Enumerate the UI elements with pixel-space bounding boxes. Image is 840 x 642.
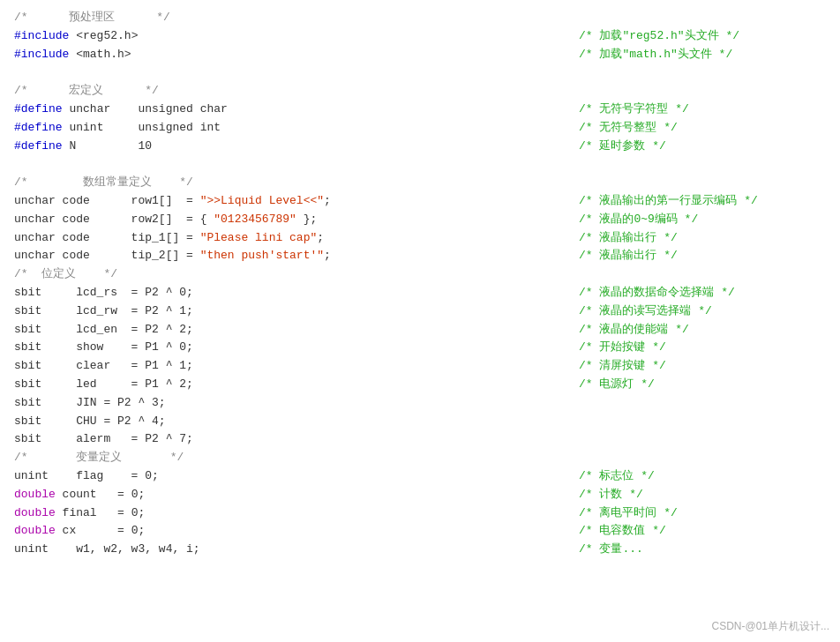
- code-comment: /* 离电平时间 */: [544, 504, 826, 523]
- code-line-left: #include <reg52.h>: [14, 27, 544, 46]
- code-editor: /* 预处理区 */#include <reg52.h>/* 加载"reg52.…: [0, 0, 840, 568]
- code-token: unchar unsigned char: [69, 101, 227, 119]
- code-token: count = 0;: [56, 486, 145, 504]
- code-token: #define: [14, 138, 69, 156]
- code-token: sbit alerm = P2 ^ 7;: [14, 430, 193, 449]
- code-line-left: sbit lcd_rw = P2 ^ 1;: [14, 302, 544, 321]
- code-token: sbit CHU = P2 ^ 4;: [14, 413, 166, 431]
- code-token: <reg52.h>: [76, 27, 138, 46]
- code-token: /* 数组常量定义 */: [14, 174, 193, 192]
- code-token: cx = 0;: [56, 522, 145, 541]
- code-line-left: sbit led = P1 ^ 2;: [14, 376, 544, 394]
- code-line: /* 宏定义 */: [14, 82, 826, 101]
- code-line-left: unint flag = 0;: [14, 467, 544, 486]
- code-line-left: sbit lcd_en = P2 ^ 2;: [14, 321, 544, 340]
- code-line: #include <reg52.h>/* 加载"reg52.h"头文件 */: [14, 27, 826, 46]
- code-token: unint w1, w2, w3, w4, i;: [14, 541, 200, 559]
- code-token: ;: [317, 229, 324, 248]
- code-comment: /* 电源灯 */: [544, 376, 826, 394]
- code-line-left: sbit alerm = P2 ^ 7;: [14, 430, 544, 449]
- code-line-left: /* 位定义 */: [14, 265, 544, 284]
- code-line-left: double cx = 0;: [14, 522, 544, 541]
- code-comment: /* 电容数值 */: [544, 522, 826, 541]
- code-token: <math.h>: [76, 46, 131, 64]
- code-line-left: unint w1, w2, w3, w4, i;: [14, 541, 544, 559]
- code-line: #define unint unsigned int/* 无符号整型 */: [14, 119, 826, 138]
- code-token: #include: [14, 46, 76, 64]
- code-line: unchar code row2[] = { "0123456789" };/*…: [14, 211, 826, 229]
- code-line: unchar code row1[] = ">>Liquid Level<<";…: [14, 192, 826, 211]
- code-line-left: unchar code row1[] = ">>Liquid Level<<";: [14, 192, 544, 211]
- code-line: double count = 0;/* 计数 */: [14, 486, 826, 504]
- code-line: sbit clear = P1 ^ 1;/* 清屏按键 */: [14, 357, 826, 376]
- code-line-left: sbit CHU = P2 ^ 4;: [14, 413, 544, 431]
- code-token: sbit lcd_en = P2 ^ 2;: [14, 321, 193, 340]
- code-token: double: [14, 486, 56, 504]
- code-line-left: /* 宏定义 */: [14, 82, 544, 101]
- code-line: unint w1, w2, w3, w4, i;/* 变量...: [14, 541, 826, 559]
- code-token: /* 宏定义 */: [14, 82, 159, 101]
- code-line-left: sbit clear = P1 ^ 1;: [14, 357, 544, 376]
- code-comment: /* 延时参数 */: [544, 138, 826, 156]
- code-line: sbit lcd_rw = P2 ^ 1;/* 液晶的读写选择端 */: [14, 302, 826, 321]
- code-comment: [544, 449, 826, 467]
- code-comment: [544, 155, 826, 174]
- code-line-left: unchar code row2[] = { "0123456789" };: [14, 211, 544, 229]
- code-token: /* 位定义 */: [14, 265, 117, 284]
- code-comment: /* 开始按键 */: [544, 339, 826, 357]
- code-token: sbit clear = P1 ^ 1;: [14, 357, 193, 376]
- code-line: sbit led = P1 ^ 2;/* 电源灯 */: [14, 376, 826, 394]
- code-comment: /* 变量...: [544, 541, 826, 559]
- code-line: sbit JIN = P2 ^ 3;: [14, 394, 826, 413]
- code-line: /* 变量定义 */: [14, 449, 826, 467]
- code-comment: /* 加载"math.h"头文件 */: [544, 46, 826, 64]
- code-comment: /* 液晶的读写选择端 */: [544, 302, 826, 321]
- code-comment: /* 液晶输出的第一行显示编码 */: [544, 192, 826, 211]
- code-token: ;: [324, 247, 331, 265]
- code-comment: /* 液晶的数据命令选择端 */: [544, 284, 826, 302]
- code-line: double cx = 0;/* 电容数值 */: [14, 522, 826, 541]
- code-comment: /* 清屏按键 */: [544, 357, 826, 376]
- code-token: final = 0;: [56, 504, 145, 523]
- code-line: unchar code tip_2[] = "then push'start'"…: [14, 247, 826, 265]
- code-line: /* 预处理区 */: [14, 9, 826, 27]
- code-comment: [544, 82, 826, 101]
- code-comment: [544, 63, 826, 82]
- code-line: sbit lcd_en = P2 ^ 2;/* 液晶的使能端 */: [14, 321, 826, 340]
- code-token: unchar code row2[] = {: [14, 211, 214, 229]
- code-token: "then push'start'": [200, 247, 324, 265]
- code-line: sbit lcd_rs = P2 ^ 0;/* 液晶的数据命令选择端 */: [14, 284, 826, 302]
- code-line-left: /* 变量定义 */: [14, 449, 544, 467]
- code-line: unint flag = 0;/* 标志位 */: [14, 467, 826, 486]
- code-token: double: [14, 504, 56, 523]
- code-token: unchar code tip_2[] =: [14, 247, 200, 265]
- code-line-left: #define N 10: [14, 138, 544, 156]
- code-comment: /* 液晶输出行 */: [544, 229, 826, 248]
- code-line: double final = 0;/* 离电平时间 */: [14, 504, 826, 523]
- code-line-left: sbit JIN = P2 ^ 3;: [14, 394, 544, 413]
- code-token: ">>Liquid Level<<": [200, 192, 324, 211]
- code-line: sbit show = P1 ^ 0;/* 开始按键 */: [14, 339, 826, 357]
- code-line-left: #define unchar unsigned char: [14, 101, 544, 119]
- code-token: unint unsigned int: [69, 119, 221, 138]
- code-line: /* 位定义 */: [14, 265, 826, 284]
- code-token: sbit lcd_rw = P2 ^ 1;: [14, 302, 193, 321]
- code-token: /* 预处理区 */: [14, 9, 170, 27]
- code-line-left: double final = 0;: [14, 504, 544, 523]
- code-token: "Please lini cap": [200, 229, 318, 248]
- code-token: "0123456789": [214, 211, 296, 229]
- code-comment: [544, 413, 826, 431]
- code-line: #define N 10/* 延时参数 */: [14, 138, 826, 156]
- code-token: ;: [324, 192, 331, 211]
- code-comment: /* 无符号字符型 */: [544, 101, 826, 119]
- code-comment: [544, 174, 826, 192]
- code-token: sbit JIN = P2 ^ 3;: [14, 394, 166, 413]
- code-token: };: [296, 211, 317, 229]
- code-token: sbit lcd_rs = P2 ^ 0;: [14, 284, 193, 302]
- code-line-left: double count = 0;: [14, 486, 544, 504]
- code-comment: /* 液晶的使能端 */: [544, 321, 826, 340]
- code-token: unchar code row1[] =: [14, 192, 200, 211]
- code-line-left: sbit show = P1 ^ 0;: [14, 339, 544, 357]
- code-line-left: /* 预处理区 */: [14, 9, 544, 27]
- code-token: double: [14, 522, 56, 541]
